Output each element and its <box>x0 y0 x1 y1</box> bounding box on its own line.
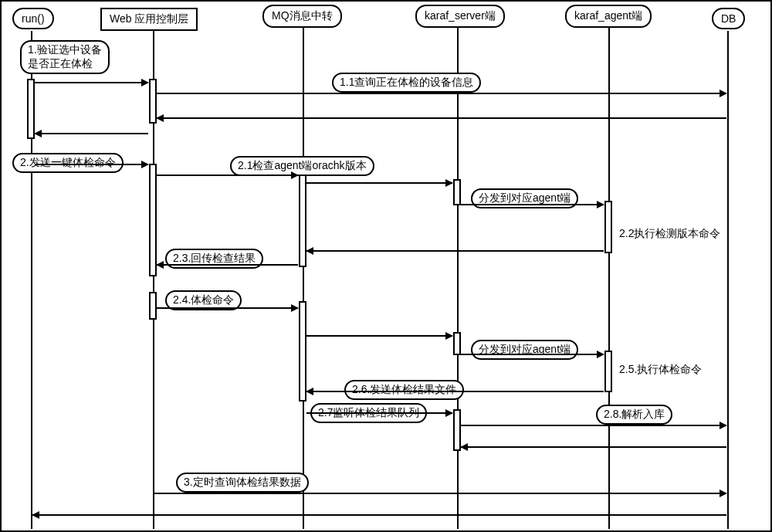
activation-server-1 <box>453 179 461 205</box>
participant-mq: MQ消息中转 <box>262 5 342 28</box>
participant-web: Web 应用控制层 <box>100 8 198 31</box>
arrow-2-1 <box>157 175 298 176</box>
msg-2-1-d: 分发到对应agent端 <box>471 188 578 208</box>
arrow-2-1-d <box>461 204 604 205</box>
arrow-3 <box>154 493 726 494</box>
lifeline-db <box>727 31 729 529</box>
msg-2-2: 2.2执行检测版本命令 <box>619 227 720 241</box>
arrow-2-1b <box>306 182 452 184</box>
arrow-2-7 <box>306 412 452 414</box>
activation-server-2 <box>453 332 461 355</box>
msg-3: 3.定时查询体检结果数据 <box>176 473 309 493</box>
arrow-1r <box>35 133 148 134</box>
arrow-2 <box>35 164 148 165</box>
arrow-2-3b <box>157 264 298 266</box>
arrow-2-4 <box>157 307 298 309</box>
arrow-2-6 <box>306 391 604 392</box>
arrow-2-8 <box>461 425 726 426</box>
msg-1-1: 1.1查询正在体检的设备信息 <box>332 73 481 93</box>
arrow-1 <box>35 82 148 83</box>
arrow-3r <box>32 514 726 516</box>
participant-server: karaf_server端 <box>415 5 505 28</box>
msg-2-8: 2.8.解析入库 <box>596 405 672 425</box>
msg-2-4-d: 分发到对应agent端 <box>471 340 578 360</box>
lifeline-server <box>457 28 459 529</box>
msg-1: 1.验证选中设备 是否正在体检 <box>20 40 110 74</box>
arrow-2-4-d <box>461 354 604 355</box>
lifeline-agent <box>608 28 610 529</box>
sequence-diagram: run() Web 应用控制层 MQ消息中转 karaf_server端 kar… <box>0 0 772 532</box>
activation-web-2 <box>149 164 157 276</box>
activation-agent-1 <box>604 201 612 253</box>
participant-run: run() <box>12 8 54 29</box>
activation-agent-2 <box>604 351 612 392</box>
arrow-2-8r <box>461 446 726 448</box>
arrow-1-1 <box>157 93 726 94</box>
activation-web-3 <box>149 292 157 320</box>
lifeline-mq <box>303 28 304 529</box>
participant-agent: karaf_agent端 <box>565 5 652 28</box>
msg-2-6: 2.6.发送体检结果文件 <box>344 380 464 400</box>
arrow-1-1r <box>157 117 726 119</box>
participant-db: DB <box>712 8 745 29</box>
msg-2-5: 2.5.执行体检命令 <box>619 363 702 377</box>
msg-2-3: 2.3.回传检查结果 <box>165 249 263 269</box>
arrow-2-4b <box>306 335 452 337</box>
msg-2-1: 2.1检查agent端orachk版本 <box>230 156 374 176</box>
arrow-2-3 <box>306 250 604 252</box>
activation-mq-2 <box>299 301 306 402</box>
msg-2: 2.发送一键体检命令 <box>12 153 124 173</box>
